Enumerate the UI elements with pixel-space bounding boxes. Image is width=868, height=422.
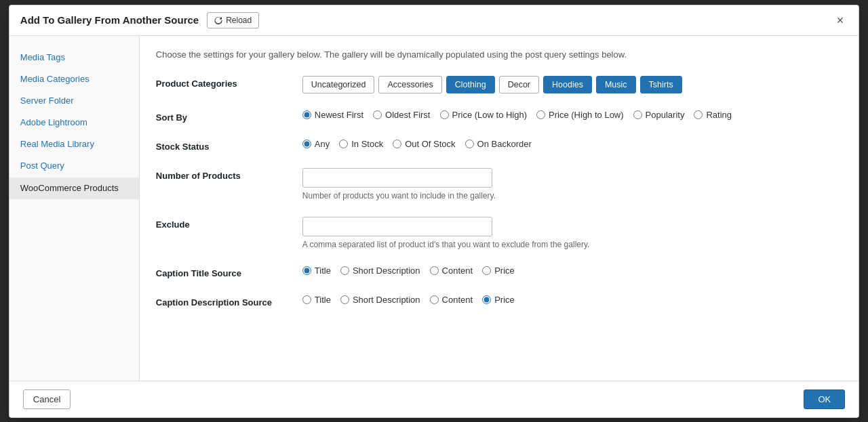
cat-btn-clothing[interactable]: Clothing (446, 76, 495, 93)
stock-status-row: Stock Status Any In Stock (156, 139, 842, 152)
modal-body: Media Tags Media Categories Server Folde… (9, 36, 859, 381)
number-of-products-control: Number of products you want to include i… (302, 168, 842, 201)
caption-desc-content-label: Content (442, 295, 473, 305)
caption-title-source-group: Title Short Description Content (302, 266, 842, 276)
reload-button[interactable]: Reload (207, 12, 259, 28)
sort-popularity[interactable]: Popularity (633, 110, 685, 120)
close-button[interactable]: × (833, 13, 848, 28)
sidebar-item-media-tags[interactable]: Media Tags (9, 47, 139, 68)
stock-status-group: Any In Stock Out Of Stock (302, 139, 842, 149)
modal-footer: Cancel OK (9, 381, 859, 417)
exclude-help: A comma separated list of product id's t… (302, 240, 842, 249)
caption-title-short-desc-label: Short Description (353, 266, 420, 276)
caption-title-content-label: Content (442, 266, 473, 276)
sort-rating[interactable]: Rating (694, 110, 732, 120)
caption-title-source-control: Title Short Description Content (302, 266, 842, 276)
cat-btn-uncategorized[interactable]: Uncategorized (302, 76, 375, 93)
caption-desc-short-desc[interactable]: Short Description (340, 295, 420, 305)
sidebar-item-post-query[interactable]: Post Query (9, 155, 139, 177)
sort-oldest-first[interactable]: Oldest First (373, 110, 430, 120)
sidebar-item-woocommerce-products[interactable]: WooCommerce Products (9, 177, 139, 199)
exclude-row: Exclude A comma separated list of produc… (156, 217, 842, 249)
caption-desc-title-label: Title (315, 295, 331, 305)
modal-title: Add To Gallery From Another Source (20, 14, 199, 26)
caption-description-source-control: Title Short Description Content (302, 295, 842, 305)
sidebar-item-real-media-library[interactable]: Real Media Library (9, 133, 139, 155)
number-of-products-input[interactable] (302, 168, 492, 188)
caption-description-source-group: Title Short Description Content (302, 295, 842, 305)
stock-in-stock-label: In Stock (351, 139, 383, 149)
cat-btn-hoodies[interactable]: Hoodies (543, 76, 592, 93)
stock-out-of-stock[interactable]: Out Of Stock (393, 139, 455, 149)
intro-text: Choose the settings for your gallery bel… (156, 48, 842, 62)
stock-any-label: Any (315, 139, 330, 149)
caption-title-price[interactable]: Price (482, 266, 515, 276)
exclude-label: Exclude (156, 217, 292, 230)
product-categories-label: Product Categories (156, 76, 292, 89)
stock-out-of-stock-label: Out Of Stock (405, 139, 455, 149)
caption-title-title-label: Title (315, 266, 331, 276)
product-categories-control: Uncategorized Accessories Clothing Decor… (302, 76, 842, 93)
sort-newest-first-label: Newest First (315, 110, 363, 120)
caption-title-title[interactable]: Title (302, 266, 331, 276)
stock-status-label: Stock Status (156, 139, 292, 152)
caption-title-short-desc[interactable]: Short Description (340, 266, 420, 276)
sidebar-item-adobe-lightroom[interactable]: Adobe Lightroom (9, 112, 139, 133)
reload-icon (214, 16, 222, 24)
sidebar: Media Tags Media Categories Server Folde… (9, 36, 140, 381)
caption-desc-content[interactable]: Content (430, 295, 473, 305)
sort-popularity-label: Popularity (646, 110, 685, 120)
sort-newest-first[interactable]: Newest First (302, 110, 363, 120)
cat-btn-decor[interactable]: Decor (499, 76, 539, 93)
caption-desc-short-desc-label: Short Description (353, 295, 420, 305)
sort-price-low-high-label: Price (Low to High) (452, 110, 528, 120)
product-categories-row: Product Categories Uncategorized Accesso… (156, 76, 842, 93)
number-of-products-row: Number of Products Number of products yo… (156, 168, 842, 201)
ok-button[interactable]: OK (804, 389, 845, 409)
caption-title-source-row: Caption Title Source Title Short Descrip… (156, 266, 842, 278)
caption-title-price-label: Price (494, 266, 515, 276)
stock-on-backorder[interactable]: On Backorder (465, 139, 532, 149)
sort-by-group: Newest First Oldest First Price (Low to … (302, 110, 842, 120)
cat-btn-music[interactable]: Music (596, 76, 636, 93)
category-buttons-group: Uncategorized Accessories Clothing Decor… (302, 76, 842, 93)
caption-description-source-row: Caption Description Source Title Short D… (156, 295, 842, 308)
caption-title-source-label: Caption Title Source (156, 266, 292, 278)
stock-status-control: Any In Stock Out Of Stock (302, 139, 842, 149)
modal-overlay: Add To Gallery From Another Source Reloa… (0, 0, 868, 422)
cancel-button[interactable]: Cancel (23, 389, 71, 409)
cat-btn-tshirts[interactable]: Tshirts (640, 76, 682, 93)
sidebar-item-media-categories[interactable]: Media Categories (9, 68, 139, 90)
number-of-products-help: Number of products you want to include i… (302, 191, 842, 201)
caption-description-source-label: Caption Description Source (156, 295, 292, 308)
sort-by-control: Newest First Oldest First Price (Low to … (302, 110, 842, 120)
content-area: Choose the settings for your gallery bel… (140, 36, 859, 381)
stock-on-backorder-label: On Backorder (477, 139, 532, 149)
sort-by-label: Sort By (156, 110, 292, 123)
sort-price-high-low[interactable]: Price (High to Low) (536, 110, 624, 120)
modal-header: Add To Gallery From Another Source Reloa… (9, 5, 859, 36)
stock-in-stock[interactable]: In Stock (339, 139, 383, 149)
cat-btn-accessories[interactable]: Accessories (378, 76, 441, 93)
caption-desc-price-label: Price (494, 295, 515, 305)
sort-oldest-first-label: Oldest First (385, 110, 430, 120)
exclude-input[interactable] (302, 217, 492, 236)
caption-desc-price[interactable]: Price (482, 295, 515, 305)
exclude-control: A comma separated list of product id's t… (302, 217, 842, 249)
sidebar-item-server-folder[interactable]: Server Folder (9, 90, 139, 112)
reload-label: Reload (226, 16, 252, 25)
stock-any[interactable]: Any (302, 139, 330, 149)
sort-by-row: Sort By Newest First Oldest First (156, 110, 842, 123)
number-of-products-label: Number of Products (156, 168, 292, 181)
sort-rating-label: Rating (706, 110, 732, 120)
sort-price-high-low-label: Price (High to Low) (549, 110, 624, 120)
caption-title-content[interactable]: Content (430, 266, 473, 276)
caption-desc-title[interactable]: Title (302, 295, 331, 305)
sort-price-low-high[interactable]: Price (Low to High) (440, 110, 528, 120)
modal-dialog: Add To Gallery From Another Source Reloa… (9, 5, 859, 418)
modal-title-area: Add To Gallery From Another Source Reloa… (20, 12, 259, 28)
